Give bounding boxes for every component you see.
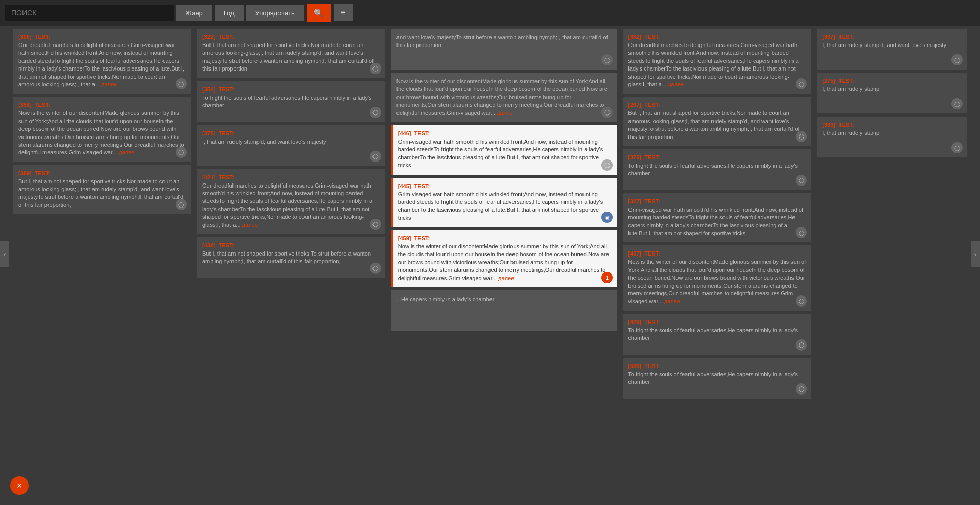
- card-367: [367] TEST: I, that am rudely stamp'd, a…: [817, 29, 967, 70]
- year-button[interactable]: Год: [215, 5, 244, 21]
- card-icon: ◯: [951, 142, 963, 153]
- card-id: [267] TEST:: [628, 102, 806, 108]
- card-icon: ◯: [176, 147, 187, 158]
- card-icon: ◯: [796, 131, 807, 142]
- card-body: To fright the souls of fearful adversari…: [628, 162, 806, 178]
- card-icon: ◯: [370, 219, 381, 230]
- search-button[interactable]: 🔍: [307, 4, 331, 22]
- card-more[interactable]: далее: [242, 222, 258, 228]
- card-id: [327] TEST:: [628, 198, 806, 204]
- card-icon: ◯: [370, 63, 381, 74]
- card-300: [300] TEST: Our dreadful marches to deli…: [13, 29, 191, 94]
- card-id: [367] TEST:: [822, 34, 962, 40]
- card-332: [332] TEST: Our dreadful marches to deli…: [623, 29, 811, 94]
- card-389: [389] TEST: But I, that am not shaped fo…: [13, 165, 191, 215]
- card-more[interactable]: далее: [497, 110, 512, 116]
- card-id: [446] TEST:: [398, 130, 612, 136]
- card-icon: ◯: [370, 263, 381, 274]
- left-arrow-col1[interactable]: ‹: [0, 241, 9, 267]
- card-body: Grim-visaged war hath smooth'd his wrink…: [398, 191, 612, 222]
- card-icon: ◯: [796, 175, 807, 186]
- card-446: [446] TEST: Grim-visaged war hath smooth…: [391, 125, 617, 175]
- card-icon: ◯: [796, 339, 807, 351]
- card-354: [354] TEST: To fright the souls of fearf…: [197, 81, 385, 122]
- close-button[interactable]: ×: [10, 476, 29, 495]
- column-3: and want love's majestyTo strut before a…: [388, 26, 620, 505]
- card-376: [376] TEST: To fright the souls of fearf…: [623, 149, 811, 190]
- card-body: Grim-visaged war hath smooth'd his wrink…: [398, 138, 612, 170]
- card-id: [459] TEST:: [398, 235, 612, 241]
- card-body: ...He capers nimbly in a lady's chamber: [396, 295, 612, 303]
- card-358: [358] TEST: Now is the winter of our dis…: [13, 97, 191, 162]
- card-429: [429] TEST: To fright the souls of fearf…: [623, 314, 811, 355]
- card-id: [332] TEST:: [628, 34, 806, 40]
- card-id: [300] TEST:: [18, 34, 186, 40]
- card-body: Now is the winter of our discontentMade …: [18, 109, 186, 156]
- search-input[interactable]: [5, 5, 174, 21]
- card-375: [375] TEST: I, that am rudely stamp'd, a…: [197, 125, 385, 166]
- card-icon: ◯: [601, 159, 613, 171]
- card-id: [358] TEST:: [18, 102, 186, 108]
- card-body: I, that am rudely stamp'd, and want love…: [822, 41, 962, 49]
- column-1: ‹ [300] TEST: Our dreadful marches to de…: [0, 26, 194, 505]
- sort-button[interactable]: Упорядочить: [246, 5, 304, 21]
- card-second-partial: Now is the winter of our discontentMade …: [391, 73, 617, 122]
- card-icon: ◯: [370, 151, 381, 162]
- card-body: Now is the winter of our discontentMade …: [398, 243, 612, 282]
- menu-button[interactable]: ≡: [334, 4, 353, 21]
- card-body: Our dreadful marches to delightful measu…: [18, 41, 186, 88]
- card-icon: ◯: [176, 199, 187, 210]
- card-275: [275] TEST: I, that am rudely stamp ◯: [817, 73, 967, 113]
- card-id: [430] TEST:: [202, 242, 380, 248]
- card-id: [322] TEST:: [202, 34, 380, 40]
- card-437: [437] TEST: Now is the winter of our dis…: [623, 245, 811, 310]
- card-id: [389] TEST:: [18, 170, 186, 176]
- card-icon: ◯: [796, 295, 807, 307]
- card-body: I, that am rudely stamp'd, and want love…: [202, 138, 380, 146]
- card-body: But I, that am not shaped for sportive t…: [202, 41, 380, 73]
- card-body: To fright the souls of fearful adversari…: [628, 327, 806, 342]
- card-icon: ◯: [951, 54, 963, 65]
- card-body: and want love's majestyTo strut before a…: [396, 34, 612, 50]
- card-body: Now is the winter of our discontentMade …: [628, 258, 806, 305]
- topbar: Жанр Год Упорядочить 🔍 ≡: [0, 0, 980, 26]
- column-5: › [367] TEST: I, that am rudely stamp'd,…: [814, 26, 980, 505]
- card-more[interactable]: далее: [498, 275, 514, 281]
- card-id: [376] TEST:: [628, 154, 806, 160]
- card-top-partial: and want love's majestyTo strut before a…: [391, 29, 617, 70]
- card-id: [354] TEST:: [202, 86, 380, 93]
- card-id: [445] TEST:: [398, 183, 612, 189]
- card-id: [275] TEST:: [822, 78, 962, 84]
- card-body: Now is the winter of our discontentMade …: [396, 78, 612, 117]
- column-4: [332] TEST: Our dreadful marches to deli…: [620, 26, 814, 505]
- card-more[interactable]: далее: [668, 81, 684, 87]
- card-icon: ◯: [370, 107, 381, 118]
- card-459: [459] TEST: Now is the winter of our dis…: [391, 230, 617, 287]
- card-id: [429] TEST:: [628, 319, 806, 325]
- card-445: [445] TEST: Grim-visaged war hath smooth…: [391, 178, 617, 227]
- card-bottom-partial: ...He capers nimbly in a lady's chamber: [391, 290, 617, 331]
- card-330: [330] TEST: I, that am rudely stamp ◯: [817, 117, 967, 157]
- right-arrow-col5[interactable]: ›: [971, 241, 980, 267]
- card-icon: ◯: [951, 98, 963, 109]
- card-body: But I, that am not shaped for sportive t…: [628, 109, 806, 141]
- card-386: [386] TEST: To fright the souls of fearf…: [623, 358, 811, 399]
- card-id: [421] TEST:: [202, 174, 380, 180]
- card-430: [430] TEST: But I, that am not shaped fo…: [197, 237, 385, 278]
- card-267: [267] TEST: But I, that am not shaped fo…: [623, 97, 811, 146]
- card-more[interactable]: далее: [664, 298, 680, 304]
- card-id: [437] TEST:: [628, 250, 806, 257]
- card-body: But I, that am not shaped for sportive t…: [18, 178, 186, 210]
- card-id: [386] TEST:: [628, 363, 806, 369]
- genre-button[interactable]: Жанр: [176, 5, 212, 21]
- card-322: [322] TEST: But I, that am not shaped fo…: [197, 29, 385, 78]
- card-body: Our dreadful marches to delightful measu…: [628, 41, 806, 88]
- card-more[interactable]: далее: [101, 81, 117, 87]
- search-icon: 🔍: [314, 9, 324, 17]
- card-more[interactable]: далее: [119, 149, 134, 155]
- card-body: To fright the souls of fearful adversari…: [628, 371, 806, 386]
- card-icon: ◯: [796, 383, 807, 395]
- column-2: [322] TEST: But I, that am not shaped fo…: [194, 26, 388, 505]
- card-body: Our dreadful marches to delightful measu…: [202, 182, 380, 229]
- card-421: [421] TEST: Our dreadful marches to deli…: [197, 169, 385, 234]
